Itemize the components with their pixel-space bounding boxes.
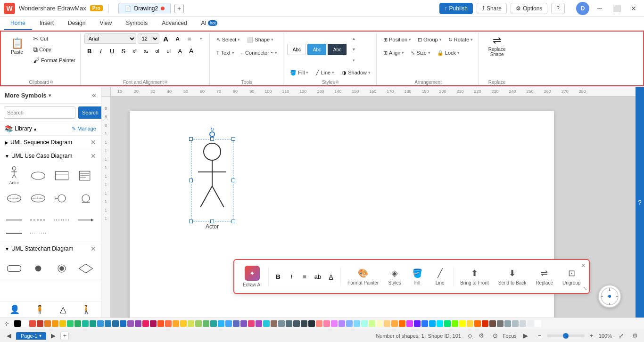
style-preset-1[interactable]: Abc — [287, 44, 306, 55]
color-swatch[interactable] — [504, 320, 511, 327]
ft-bring-front-button[interactable]: ⬆ Bring to Front — [457, 266, 492, 287]
bold-button[interactable]: B — [84, 46, 95, 56]
sidebar-bottom-icon-4[interactable]: 🚶 — [81, 304, 91, 315]
color-swatch[interactable] — [414, 320, 421, 327]
color-swatch[interactable] — [44, 320, 51, 327]
color-swatch[interactable] — [240, 320, 247, 327]
color-swatch[interactable] — [173, 320, 179, 327]
replace-shape-button[interactable]: ⇌ Replace Shape — [483, 33, 511, 59]
play-button[interactable]: ▶ — [520, 331, 531, 341]
color-swatch[interactable] — [369, 320, 375, 327]
rotate-button[interactable]: ↻ Rotate ▾ — [446, 33, 476, 46]
handle-bc[interactable] — [210, 220, 214, 223]
shape-item-include[interactable]: «include» — [28, 188, 49, 209]
section-uml-statechart-close[interactable]: ✕ — [91, 245, 96, 252]
line-arrow-1[interactable] — [75, 214, 96, 226]
underline-button[interactable]: U — [107, 46, 117, 56]
color-swatch[interactable] — [195, 320, 202, 327]
floating-toolbar-close[interactable]: ✕ — [579, 262, 587, 269]
color-swatch[interactable] — [399, 320, 405, 327]
color-swatch[interactable] — [512, 320, 519, 327]
color-swatch[interactable] — [384, 320, 390, 327]
font-color-button[interactable]: A — [175, 46, 185, 56]
focus-button[interactable]: ⊙ — [490, 331, 501, 341]
ft-replace-button[interactable]: ⇌ Replace — [533, 266, 556, 287]
handle-tr[interactable] — [231, 137, 235, 141]
color-swatch[interactable] — [286, 320, 292, 327]
size-button[interactable]: ⤡ Size ▾ — [408, 47, 433, 59]
search-button[interactable]: Search — [78, 106, 102, 119]
color-swatch[interactable] — [180, 320, 187, 327]
highlight-button[interactable]: A — [186, 46, 197, 56]
text-size-down-button[interactable]: A — [173, 33, 183, 44]
shape-settings-icon[interactable]: ⚙ — [476, 331, 487, 341]
color-swatch[interactable] — [22, 320, 28, 327]
color-swatch[interactable] — [376, 320, 383, 327]
copy-button[interactable]: ⧉ Copy — [31, 44, 77, 55]
ft-ab-button[interactable]: ab — [312, 271, 323, 282]
color-swatch[interactable] — [308, 320, 315, 327]
navigator-circle[interactable] — [598, 285, 621, 308]
canvas[interactable]: ↻ — [111, 97, 636, 318]
share-button[interactable]: ⤴ Share — [477, 3, 507, 14]
italic-button[interactable]: I — [96, 46, 106, 56]
color-swatch[interactable] — [354, 320, 360, 327]
section-uml-sequence-header[interactable]: ▶ UML Sequence Diagram ✕ — [0, 136, 101, 149]
color-swatch[interactable] — [263, 320, 270, 327]
user-avatar[interactable]: D — [576, 2, 589, 15]
color-swatch[interactable] — [520, 320, 526, 327]
list-ordered-button[interactable]: ol — [152, 46, 163, 56]
ft-format-painter-button[interactable]: 🎨 Format Painter — [345, 266, 381, 287]
page-next-button[interactable]: ▶ — [48, 331, 58, 341]
color-swatch[interactable] — [339, 320, 345, 327]
search-input[interactable] — [4, 106, 75, 119]
tab-advanced[interactable]: Advanced — [155, 17, 193, 30]
color-swatch[interactable] — [437, 320, 443, 327]
color-swatch[interactable] — [233, 320, 239, 327]
handle-br[interactable] — [231, 220, 235, 223]
library-caret[interactable]: ▴ — [34, 126, 36, 131]
shadow-button[interactable]: ◑ Shadow ▾ — [339, 66, 373, 79]
zoom-in-button[interactable]: + — [586, 331, 597, 341]
color-swatch[interactable] — [203, 320, 209, 327]
color-swatch[interactable] — [527, 320, 534, 327]
sidebar-title-caret[interactable]: ▾ — [49, 93, 51, 98]
handle-tc[interactable] — [210, 137, 214, 141]
close-button[interactable]: ✕ — [627, 2, 640, 15]
line-dashed-1[interactable] — [28, 214, 49, 226]
color-swatch[interactable] — [482, 320, 488, 327]
add-page-button[interactable]: + — [60, 332, 69, 340]
help-button[interactable]: ? — [551, 3, 565, 14]
actor-group[interactable]: ↻ — [191, 139, 233, 230]
tab-home[interactable]: Home — [4, 17, 32, 30]
color-swatch[interactable] — [323, 320, 330, 327]
font-family-select[interactable]: Arial — [84, 33, 136, 44]
fullscreen-button[interactable]: ⤢ — [616, 331, 626, 341]
color-swatch[interactable] — [59, 320, 66, 327]
styles-expand-icon[interactable]: ⧉ — [336, 80, 339, 85]
font-size-select[interactable]: 12 — [138, 33, 159, 44]
color-swatch[interactable] — [67, 320, 74, 327]
handle-tl[interactable] — [189, 137, 193, 141]
shape-final[interactable] — [51, 258, 72, 279]
color-swatch[interactable] — [120, 320, 126, 327]
navigator[interactable] — [598, 285, 621, 308]
style-preset-2[interactable]: Abc — [307, 44, 326, 55]
shape-type-icon[interactable]: ◇ — [465, 331, 475, 341]
new-tab-button[interactable]: + — [174, 4, 184, 13]
section-uml-usecase-close[interactable]: ✕ — [91, 152, 96, 160]
shape-item-boundary[interactable] — [51, 188, 72, 209]
page-1-tab[interactable]: Page-1 ▾ — [16, 332, 46, 340]
color-swatch[interactable] — [346, 320, 353, 327]
line-dotted-1[interactable] — [28, 228, 49, 239]
lock-button[interactable]: 🔒 Lock ▾ — [434, 47, 462, 59]
format-painter-button[interactable]: 🖌 Format Painter — [31, 55, 77, 65]
color-swatch[interactable] — [429, 320, 436, 327]
color-swatch[interactable] — [225, 320, 232, 327]
line-button[interactable]: ╱ Line ▾ — [313, 66, 337, 79]
ft-italic-button[interactable]: I — [286, 271, 297, 282]
color-swatch[interactable] — [474, 320, 481, 327]
style-preset-3[interactable]: Abc — [328, 44, 347, 55]
tab-design[interactable]: Design — [61, 17, 92, 30]
section-uml-usecase-header[interactable]: ▼ UML Use Case Diagram ✕ — [0, 149, 101, 163]
